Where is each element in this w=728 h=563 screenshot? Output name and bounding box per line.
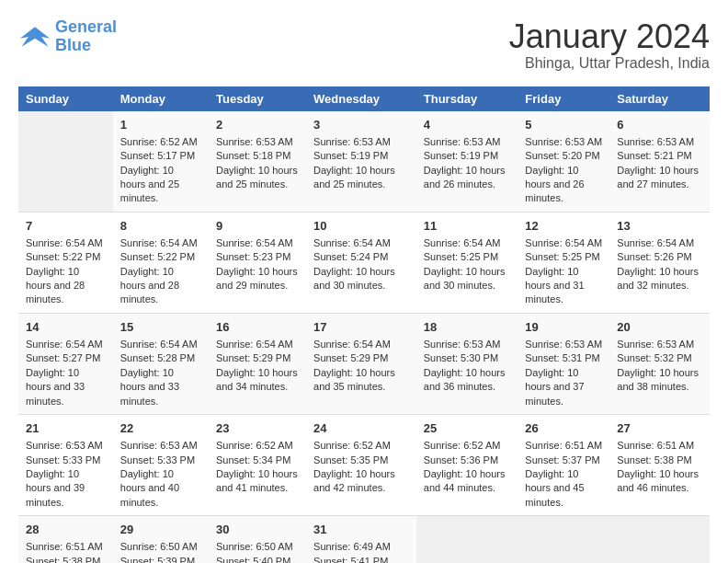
day-cell: 11Sunrise: 6:54 AMSunset: 5:25 PMDayligh… [416, 212, 518, 313]
sunset-text: Sunset: 5:20 PM [525, 150, 599, 161]
daylight-text: Daylight: 10 hours and 27 minutes. [617, 165, 699, 190]
sunrise-text: Sunrise: 6:50 AM [216, 541, 293, 552]
daylight-text: Daylight: 10 hours and 38 minutes. [617, 367, 699, 392]
day-cell: 25Sunrise: 6:52 AMSunset: 5:36 PMDayligh… [416, 415, 518, 516]
sunset-text: Sunset: 5:36 PM [424, 454, 498, 465]
sunrise-text: Sunrise: 6:54 AM [216, 339, 293, 350]
daylight-text: Daylight: 10 hours and 28 minutes. [120, 266, 179, 305]
daylight-text: Daylight: 10 hours and 40 minutes. [120, 468, 179, 508]
day-number: 2 [216, 117, 299, 133]
sunrise-text: Sunrise: 6:52 AM [216, 440, 293, 451]
day-number: 23 [216, 420, 299, 437]
day-cell: 12Sunrise: 6:54 AMSunset: 5:25 PMDayligh… [518, 212, 609, 313]
week-row-3: 14Sunrise: 6:54 AMSunset: 5:27 PMDayligh… [18, 313, 710, 414]
daylight-text: Daylight: 10 hours and 46 minutes. [617, 468, 699, 493]
day-cell: 31Sunrise: 6:49 AMSunset: 5:41 PMDayligh… [306, 516, 416, 563]
sunrise-text: Sunrise: 6:54 AM [313, 237, 391, 248]
calendar-table: SundayMondayTuesdayWednesdayThursdayFrid… [18, 86, 710, 563]
sunset-text: Sunset: 5:28 PM [120, 352, 195, 363]
sunrise-text: Sunrise: 6:52 AM [424, 440, 501, 451]
day-number: 26 [525, 420, 602, 437]
day-number: 31 [313, 522, 409, 538]
sunrise-text: Sunrise: 6:54 AM [525, 237, 602, 248]
day-cell: 21Sunrise: 6:53 AMSunset: 5:33 PMDayligh… [18, 415, 113, 516]
day-number: 15 [120, 319, 201, 336]
header-cell-tuesday: Tuesday [209, 86, 306, 111]
day-number: 13 [617, 218, 702, 235]
day-cell: 16Sunrise: 6:54 AMSunset: 5:29 PMDayligh… [209, 313, 306, 414]
week-row-1: 1Sunrise: 6:52 AMSunset: 5:17 PMDaylight… [18, 111, 710, 213]
day-number: 25 [424, 420, 511, 437]
calendar-body: 1Sunrise: 6:52 AMSunset: 5:17 PMDaylight… [18, 111, 710, 563]
day-number: 18 [424, 319, 511, 336]
sunrise-text: Sunrise: 6:51 AM [617, 440, 694, 451]
sunrise-text: Sunrise: 6:52 AM [313, 440, 391, 451]
daylight-text: Daylight: 10 hours and 32 minutes. [617, 266, 699, 291]
day-cell: 10Sunrise: 6:54 AMSunset: 5:24 PMDayligh… [306, 212, 416, 313]
day-cell: 6Sunrise: 6:53 AMSunset: 5:21 PMDaylight… [609, 111, 710, 213]
page-title: January 2024 [509, 18, 710, 55]
day-number: 11 [424, 218, 511, 235]
day-number: 22 [120, 420, 201, 437]
daylight-text: Daylight: 10 hours and 44 minutes. [424, 468, 506, 493]
logo-text: General Blue [55, 18, 117, 55]
header-cell-sunday: Sunday [18, 86, 113, 111]
sunset-text: Sunset: 5:34 PM [216, 454, 290, 465]
day-cell: 24Sunrise: 6:52 AMSunset: 5:35 PMDayligh… [306, 415, 416, 516]
title-block: January 2024 Bhinga, Uttar Pradesh, Indi… [509, 18, 710, 72]
day-cell: 20Sunrise: 6:53 AMSunset: 5:32 PMDayligh… [609, 313, 710, 414]
day-cell: 22Sunrise: 6:53 AMSunset: 5:33 PMDayligh… [113, 415, 209, 516]
calendar-header: SundayMondayTuesdayWednesdayThursdayFrid… [18, 86, 710, 111]
day-cell: 30Sunrise: 6:50 AMSunset: 5:40 PMDayligh… [209, 516, 306, 563]
sunset-text: Sunset: 5:30 PM [424, 352, 498, 363]
daylight-text: Daylight: 10 hours and 31 minutes. [525, 266, 584, 305]
sunset-text: Sunset: 5:38 PM [617, 454, 691, 465]
daylight-text: Daylight: 10 hours and 42 minutes. [313, 468, 395, 493]
daylight-text: Daylight: 10 hours and 35 minutes. [313, 367, 395, 392]
day-number: 17 [313, 319, 409, 336]
daylight-text: Daylight: 10 hours and 37 minutes. [525, 367, 584, 407]
sunset-text: Sunset: 5:22 PM [120, 251, 195, 262]
sunset-text: Sunset: 5:39 PM [120, 556, 195, 563]
day-number: 30 [216, 522, 299, 538]
daylight-text: Daylight: 10 hours and 25 minutes. [313, 165, 395, 190]
day-number: 27 [617, 420, 702, 437]
sunrise-text: Sunrise: 6:53 AM [617, 339, 694, 350]
day-cell [416, 516, 518, 563]
day-cell [609, 516, 710, 563]
sunset-text: Sunset: 5:35 PM [313, 454, 388, 465]
day-cell: 17Sunrise: 6:54 AMSunset: 5:29 PMDayligh… [306, 313, 416, 414]
header-cell-thursday: Thursday [416, 86, 518, 111]
week-row-2: 7Sunrise: 6:54 AMSunset: 5:22 PMDaylight… [18, 212, 710, 313]
day-cell: 3Sunrise: 6:53 AMSunset: 5:19 PMDaylight… [306, 111, 416, 213]
day-number: 28 [26, 522, 106, 538]
sunset-text: Sunset: 5:26 PM [617, 251, 691, 262]
daylight-text: Daylight: 10 hours and 26 minutes. [525, 165, 584, 204]
sunset-text: Sunset: 5:17 PM [120, 150, 195, 161]
daylight-text: Daylight: 10 hours and 41 minutes. [216, 468, 298, 493]
day-number: 12 [525, 218, 602, 235]
day-cell: 14Sunrise: 6:54 AMSunset: 5:27 PMDayligh… [18, 313, 113, 414]
sunrise-text: Sunrise: 6:53 AM [26, 440, 103, 451]
sunrise-text: Sunrise: 6:53 AM [617, 136, 694, 147]
sunset-text: Sunset: 5:22 PM [26, 251, 100, 262]
sunrise-text: Sunrise: 6:54 AM [313, 339, 391, 350]
sunrise-text: Sunrise: 6:54 AM [120, 237, 198, 248]
sunset-text: Sunset: 5:19 PM [313, 150, 388, 161]
sunrise-text: Sunrise: 6:53 AM [424, 339, 501, 350]
sunrise-text: Sunrise: 6:54 AM [617, 237, 694, 248]
sunset-text: Sunset: 5:24 PM [313, 251, 388, 262]
header-cell-monday: Monday [113, 86, 209, 111]
sunset-text: Sunset: 5:29 PM [216, 352, 290, 363]
day-cell: 2Sunrise: 6:53 AMSunset: 5:18 PMDaylight… [209, 111, 306, 213]
day-cell: 19Sunrise: 6:53 AMSunset: 5:31 PMDayligh… [518, 313, 609, 414]
sunrise-text: Sunrise: 6:54 AM [26, 237, 103, 248]
header-cell-saturday: Saturday [609, 86, 710, 111]
day-cell: 4Sunrise: 6:53 AMSunset: 5:19 PMDaylight… [416, 111, 518, 213]
day-number: 16 [216, 319, 299, 336]
sunrise-text: Sunrise: 6:53 AM [313, 136, 391, 147]
sunset-text: Sunset: 5:33 PM [120, 454, 195, 465]
day-number: 10 [313, 218, 409, 235]
sunset-text: Sunset: 5:21 PM [617, 150, 691, 161]
day-number: 7 [26, 218, 106, 235]
